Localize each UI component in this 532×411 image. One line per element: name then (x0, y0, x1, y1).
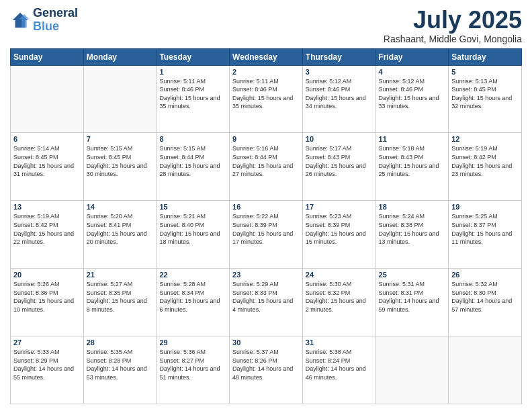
sunrise-text: Sunrise: 5:21 AM (159, 212, 226, 221)
sunset-text: Sunset: 8:46 PM (379, 85, 446, 94)
sunset-text: Sunset: 8:36 PM (13, 289, 81, 298)
sunset-text: Sunset: 8:33 PM (232, 289, 300, 298)
daylight-text-cont: 20 minutes. (87, 238, 154, 246)
daylight-text-cont: 26 minutes. (306, 170, 373, 179)
day-number: 25 (379, 271, 446, 279)
sunset-text: Sunset: 8:40 PM (159, 221, 226, 230)
sunset-text: Sunset: 8:28 PM (87, 357, 154, 365)
calendar-cell: 10Sunrise: 5:17 AMSunset: 8:43 PMDayligh… (302, 133, 375, 201)
daylight-text-cont: 34 minutes. (306, 102, 373, 111)
calendar-cell: 21Sunrise: 5:27 AMSunset: 8:35 PMDayligh… (83, 269, 157, 336)
calendar-cell: 14Sunrise: 5:20 AMSunset: 8:41 PMDayligh… (83, 201, 157, 269)
sunrise-text: Sunrise: 5:11 AM (232, 77, 300, 86)
sunrise-text: Sunrise: 5:20 AM (87, 212, 154, 221)
day-number: 16 (232, 203, 300, 211)
daylight-text-cont: 2 minutes. (306, 306, 373, 314)
daylight-text: Daylight: 15 hours and (159, 162, 226, 171)
daylight-text: Daylight: 14 hours and (451, 297, 519, 306)
column-header-monday: Monday (83, 48, 157, 65)
calendar-cell: 24Sunrise: 5:30 AMSunset: 8:32 PMDayligh… (302, 269, 375, 336)
page: General Blue July 2025 Rashaant, Middle … (0, 0, 532, 411)
daylight-text-cont: 53 minutes. (87, 373, 154, 382)
daylight-text-cont: 15 minutes. (306, 238, 373, 246)
daylight-text-cont: 51 minutes. (159, 373, 226, 382)
daylight-text-cont: 11 minutes. (451, 238, 519, 246)
sunrise-text: Sunrise: 5:37 AM (232, 348, 300, 357)
sunset-text: Sunset: 8:39 PM (306, 221, 373, 230)
calendar-cell: 22Sunrise: 5:28 AMSunset: 8:34 PMDayligh… (157, 269, 230, 336)
daylight-text-cont: 55 minutes. (13, 373, 81, 382)
calendar-cell: 6Sunrise: 5:14 AMSunset: 8:45 PMDaylight… (11, 133, 84, 201)
sunrise-text: Sunrise: 5:14 AM (13, 144, 81, 153)
sunrise-text: Sunrise: 5:18 AM (379, 144, 446, 153)
title-block: July 2025 Rashaant, Middle Govi, Mongoli… (384, 7, 522, 44)
calendar-cell: 28Sunrise: 5:35 AMSunset: 8:28 PMDayligh… (83, 336, 157, 404)
sunset-text: Sunset: 8:45 PM (13, 153, 81, 162)
day-number: 20 (13, 271, 81, 279)
sunrise-text: Sunrise: 5:16 AM (232, 144, 300, 153)
calendar-cell: 23Sunrise: 5:29 AMSunset: 8:33 PMDayligh… (230, 269, 303, 336)
day-number: 8 (159, 135, 226, 143)
daylight-text: Daylight: 15 hours and (87, 230, 154, 238)
daylight-text-cont: 57 minutes. (451, 306, 519, 314)
sunrise-text: Sunrise: 5:29 AM (232, 280, 300, 289)
sunrise-text: Sunrise: 5:26 AM (13, 280, 81, 289)
sunrise-text: Sunrise: 5:22 AM (232, 212, 300, 221)
daylight-text: Daylight: 15 hours and (306, 94, 373, 103)
calendar-cell: 7Sunrise: 5:15 AMSunset: 8:45 PMDaylight… (83, 133, 157, 201)
daylight-text: Daylight: 15 hours and (451, 94, 519, 103)
sunrise-text: Sunrise: 5:12 AM (306, 77, 373, 86)
sunset-text: Sunset: 8:39 PM (232, 221, 300, 230)
day-number: 6 (13, 135, 81, 143)
column-header-wednesday: Wednesday (230, 48, 303, 65)
sunrise-text: Sunrise: 5:19 AM (13, 212, 81, 221)
logo: General Blue (10, 7, 78, 34)
daylight-text-cont: 27 minutes. (232, 170, 300, 179)
day-number: 11 (379, 135, 446, 143)
daylight-text-cont: 35 minutes. (159, 102, 226, 111)
calendar-cell (11, 65, 84, 133)
sunset-text: Sunset: 8:24 PM (306, 357, 373, 365)
sunrise-text: Sunrise: 5:32 AM (451, 280, 519, 289)
daylight-text: Daylight: 15 hours and (159, 230, 226, 238)
sunrise-text: Sunrise: 5:23 AM (306, 212, 373, 221)
daylight-text: Daylight: 15 hours and (232, 162, 300, 171)
main-title: July 2025 (384, 7, 522, 34)
sunset-text: Sunset: 8:46 PM (232, 85, 300, 94)
daylight-text: Daylight: 15 hours and (13, 297, 81, 306)
calendar-table: SundayMondayTuesdayWednesdayThursdayFrid… (10, 48, 522, 404)
sunset-text: Sunset: 8:42 PM (451, 153, 519, 162)
day-number: 9 (232, 135, 300, 143)
day-number: 23 (232, 271, 300, 279)
sunset-text: Sunset: 8:42 PM (13, 221, 81, 230)
calendar-cell (83, 65, 157, 133)
day-number: 5 (451, 68, 519, 76)
daylight-text-cont: 4 minutes. (232, 306, 300, 314)
day-number: 19 (451, 203, 519, 211)
daylight-text-cont: 13 minutes. (379, 238, 446, 246)
daylight-text-cont: 35 minutes. (232, 102, 300, 111)
sunset-text: Sunset: 8:29 PM (13, 357, 81, 365)
daylight-text: Daylight: 15 hours and (13, 230, 81, 238)
calendar-cell: 12Sunrise: 5:19 AMSunset: 8:42 PMDayligh… (449, 133, 522, 201)
sunset-text: Sunset: 8:26 PM (232, 357, 300, 365)
daylight-text: Daylight: 14 hours and (232, 365, 300, 373)
daylight-text-cont: 18 minutes. (159, 238, 226, 246)
day-number: 28 (87, 338, 154, 347)
day-number: 21 (87, 271, 154, 279)
sunrise-text: Sunrise: 5:15 AM (159, 144, 226, 153)
sunset-text: Sunset: 8:46 PM (306, 85, 373, 94)
sunset-text: Sunset: 8:43 PM (306, 153, 373, 162)
daylight-text-cont: 59 minutes. (379, 306, 446, 314)
calendar-cell: 20Sunrise: 5:26 AMSunset: 8:36 PMDayligh… (11, 269, 84, 336)
daylight-text: Daylight: 15 hours and (379, 230, 446, 238)
day-number: 4 (379, 68, 446, 76)
day-number: 7 (87, 135, 154, 143)
day-number: 2 (232, 68, 300, 76)
daylight-text: Daylight: 15 hours and (159, 94, 226, 103)
sunrise-text: Sunrise: 5:15 AM (87, 144, 154, 153)
daylight-text-cont: 31 minutes. (13, 170, 81, 179)
daylight-text: Daylight: 15 hours and (306, 230, 373, 238)
daylight-text-cont: 48 minutes. (232, 373, 300, 382)
day-number: 18 (379, 203, 446, 211)
